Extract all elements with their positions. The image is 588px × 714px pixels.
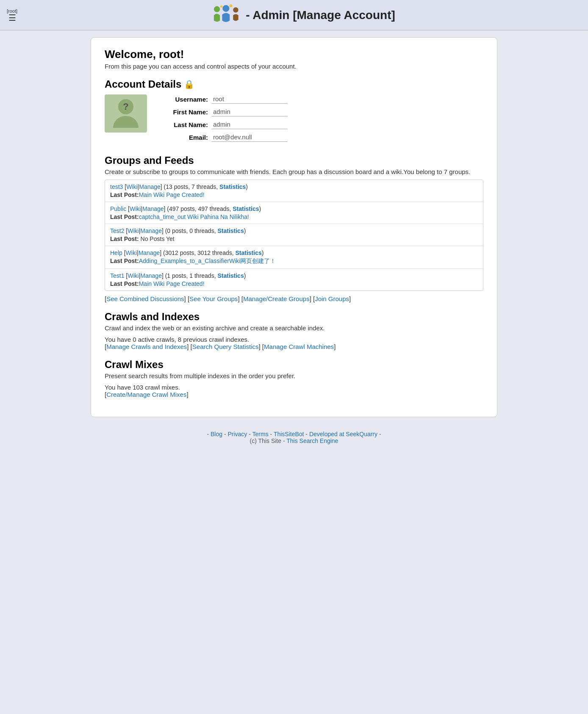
avatar-body bbox=[113, 116, 139, 128]
group-header: Test1 [Wiki|Manage] (1 posts, 1 threads,… bbox=[110, 272, 478, 279]
group-name-test1[interactable]: Test1 bbox=[110, 272, 124, 279]
lastname-label: Last Name: bbox=[157, 121, 208, 128]
email-row: Email: root@dev.null bbox=[157, 133, 288, 142]
footer-blog-link[interactable]: Blog bbox=[211, 431, 222, 437]
group-stats-help[interactable]: Statistics bbox=[235, 249, 261, 256]
group-stats-public[interactable]: Statistics bbox=[233, 205, 259, 212]
lock-icon: 🔒 bbox=[184, 79, 194, 89]
email-label: Email: bbox=[157, 134, 208, 141]
svg-point-2 bbox=[233, 7, 238, 12]
group-name-help[interactable]: Help bbox=[110, 249, 122, 256]
group-lastpost-link-help[interactable]: Adding_Examples_to_a_ClassifierWiki网页创建了… bbox=[139, 257, 276, 264]
group-lastpost-help: Last Post:Adding_Examples_to_a_Classifie… bbox=[110, 257, 478, 265]
svg-point-3 bbox=[220, 6, 222, 8]
crawlmixes-section: Crawl Mixes Present search results from … bbox=[105, 359, 483, 398]
manage-create-groups-link[interactable]: Manage/Create Groups bbox=[243, 295, 310, 302]
group-wiki-test3[interactable]: Wiki bbox=[126, 183, 137, 190]
account-details-heading: Account Details 🔒 bbox=[105, 78, 483, 90]
search-query-stats-link[interactable]: Search Query Statistics bbox=[192, 343, 259, 350]
group-wiki-public[interactable]: Wiki bbox=[130, 205, 141, 212]
group-header: Test2 [Wiki|Manage] (0 posts, 0 threads,… bbox=[110, 227, 478, 234]
footer-links: - Blog - Privacy - Terms - ThisSiteBot -… bbox=[7, 431, 581, 437]
crawlmixes-desc2: You have 103 crawl mixes. [Create/Manage… bbox=[105, 384, 483, 398]
group-name-test3[interactable]: test3 bbox=[110, 183, 123, 190]
group-lastpost-link-public[interactable]: captcha_time_out Wiki Pahina Na Nilikha! bbox=[139, 213, 249, 220]
main-container: Welcome, root! From this page you can ac… bbox=[91, 37, 497, 417]
footer-copyright: (c) This Site - This Search Engine bbox=[7, 437, 581, 444]
group-lastpost-link-test1[interactable]: Main Wiki Page Created! bbox=[139, 280, 205, 287]
firstname-value: admin bbox=[211, 107, 288, 116]
crawls-section: Crawls and Indexes Crawl and index the w… bbox=[105, 311, 483, 350]
avatar: ? bbox=[105, 94, 147, 133]
header-title: - Admin [Manage Account] bbox=[246, 8, 395, 22]
group-manage-help[interactable]: Manage bbox=[139, 249, 160, 256]
firstname-label: First Name: bbox=[157, 108, 208, 116]
group-lastpost-test2: Last Post: No Posts Yet bbox=[110, 235, 478, 242]
group-name-public[interactable]: Public bbox=[110, 205, 126, 212]
header: [root] ☰ - Admin [Manage Account] bbox=[0, 0, 588, 30]
group-header: Public [Wiki|Manage] (497 posts, 497 thr… bbox=[110, 205, 478, 212]
group-manage-test3[interactable]: Manage bbox=[139, 183, 161, 190]
manage-crawl-machines-link[interactable]: Manage Crawl Machines bbox=[264, 343, 334, 350]
group-header: test3 [Wiki|Manage] (13 posts, 7 threads… bbox=[110, 183, 478, 190]
account-form: ? Username: root First Name: admin Last … bbox=[105, 94, 483, 144]
group-manage-public[interactable]: Manage bbox=[142, 205, 164, 212]
footer: - Blog - Privacy - Terms - ThisSiteBot -… bbox=[0, 424, 588, 451]
svg-point-0 bbox=[214, 6, 220, 12]
footer-terms-link[interactable]: Terms bbox=[252, 431, 269, 437]
menu-icon[interactable]: ☰ bbox=[8, 14, 16, 22]
group-lastpost-test1: Last Post:Main Wiki Page Created! bbox=[110, 280, 478, 287]
group-wiki-test2[interactable]: Wiki bbox=[128, 227, 139, 234]
manage-crawls-link[interactable]: Manage Crawls and Indexes bbox=[106, 343, 187, 350]
see-combined-discussions-link[interactable]: See Combined Discussions bbox=[106, 295, 184, 302]
group-wiki-test1[interactable]: Wiki bbox=[128, 272, 139, 279]
header-left: [root] ☰ bbox=[7, 8, 17, 22]
fields-table: Username: root First Name: admin Last Na… bbox=[157, 94, 288, 144]
avatar-head: ? bbox=[118, 99, 133, 114]
email-value: root@dev.null bbox=[211, 133, 288, 142]
join-groups-link[interactable]: Join Groups bbox=[315, 295, 349, 302]
group-lastpost-public: Last Post:captcha_time_out Wiki Pahina N… bbox=[110, 213, 478, 220]
list-item: Test1 [Wiki|Manage] (1 posts, 1 threads,… bbox=[105, 269, 483, 291]
group-stats-test3[interactable]: Statistics bbox=[219, 183, 246, 190]
crawls-desc1: Crawl and index the web or an existing a… bbox=[105, 324, 483, 332]
see-your-groups-link[interactable]: See Your Groups bbox=[189, 295, 238, 302]
group-stats-test2[interactable]: Statistics bbox=[217, 227, 244, 234]
root-label: [root] bbox=[7, 8, 17, 14]
group-lastpost-link-test3[interactable]: Main Wiki Page Created! bbox=[139, 191, 205, 198]
svg-point-4 bbox=[230, 4, 233, 7]
group-stats-test1[interactable]: Statistics bbox=[217, 272, 244, 279]
lastname-value: admin bbox=[211, 120, 288, 129]
account-details-section: Account Details 🔒 ? Username: root First… bbox=[105, 78, 483, 144]
welcome-heading: Welcome, root! bbox=[105, 48, 483, 61]
crawls-heading: Crawls and Indexes bbox=[105, 311, 483, 323]
username-label: Username: bbox=[157, 96, 208, 103]
logo-area: - Admin [Manage Account] bbox=[24, 3, 581, 27]
username-value: root bbox=[211, 94, 288, 104]
footer-developed-link[interactable]: Developed at SeekQuarry bbox=[309, 431, 377, 437]
groups-section: Groups and Feeds Create or subscribe to … bbox=[105, 155, 483, 302]
group-lastpost-test3: Last Post:Main Wiki Page Created! bbox=[110, 191, 478, 198]
crawls-desc2: You have 0 active crawls, 8 previous cra… bbox=[105, 336, 483, 350]
create-manage-crawlmixes-link[interactable]: Create/Manage Crawl Mixes bbox=[106, 391, 186, 398]
lastname-row: Last Name: admin bbox=[157, 120, 288, 129]
groups-heading: Groups and Feeds bbox=[105, 155, 483, 166]
footer-thissitebot-link[interactable]: ThisSiteBot bbox=[274, 431, 304, 437]
footer-engine-link[interactable]: This Search Engine bbox=[286, 437, 338, 444]
group-list: test3 [Wiki|Manage] (13 posts, 7 threads… bbox=[105, 180, 483, 291]
group-header: Help [Wiki|Manage] (3012 posts, 3012 thr… bbox=[110, 249, 478, 256]
groups-description: Create or subscribe to groups to communi… bbox=[105, 168, 483, 175]
firstname-row: First Name: admin bbox=[157, 107, 288, 116]
list-item: Help [Wiki|Manage] (3012 posts, 3012 thr… bbox=[105, 246, 483, 269]
username-row: Username: root bbox=[157, 94, 288, 104]
group-manage-test1[interactable]: Manage bbox=[140, 272, 162, 279]
group-name-test2[interactable]: Test2 bbox=[110, 227, 124, 234]
welcome-subtitle: From this page you can access and contro… bbox=[105, 63, 483, 70]
logo-svg bbox=[210, 3, 244, 27]
list-item: Public [Wiki|Manage] (497 posts, 497 thr… bbox=[105, 202, 483, 224]
crawlmixes-heading: Crawl Mixes bbox=[105, 359, 483, 371]
svg-point-1 bbox=[223, 5, 230, 12]
footer-privacy-link[interactable]: Privacy bbox=[227, 431, 247, 437]
group-manage-test2[interactable]: Manage bbox=[140, 227, 162, 234]
group-wiki-help[interactable]: Wiki bbox=[126, 249, 137, 256]
